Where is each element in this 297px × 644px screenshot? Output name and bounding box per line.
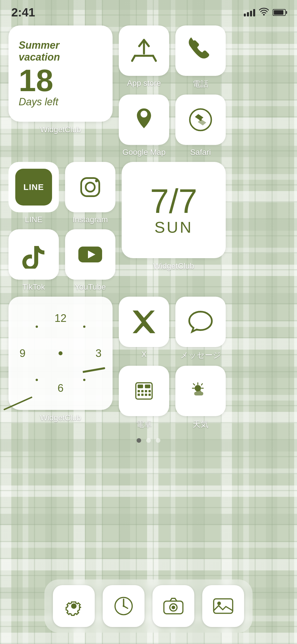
- twitter-svg: [130, 308, 158, 336]
- social-row2: TikTok YouTube: [8, 229, 115, 292]
- google-map-box[interactable]: [119, 95, 169, 145]
- camera-dock-icon[interactable]: [152, 585, 194, 627]
- calculator-icon[interactable]: 電卓: [119, 366, 169, 430]
- map-svg: [130, 106, 158, 134]
- youtube-box[interactable]: [65, 229, 115, 280]
- vacation-widget-label: WidgetClub: [8, 125, 113, 134]
- line-box[interactable]: LINE: [8, 162, 59, 212]
- date-number: 7/7: [150, 184, 197, 218]
- svg-marker-9: [198, 119, 206, 125]
- tiktok-label: TikTok: [22, 283, 45, 292]
- photos-dock-icon[interactable]: [202, 585, 244, 627]
- app-store-box[interactable]: [119, 25, 169, 76]
- phone-icon[interactable]: 電話: [175, 25, 226, 89]
- svg-rect-20: [141, 390, 143, 392]
- messages-svg: [186, 308, 215, 336]
- settings-dock-icon[interactable]: [53, 585, 95, 627]
- clock-widget-label: WidgetClub: [8, 413, 113, 422]
- row-2: LINE LINE Instagram: [8, 162, 289, 292]
- wifi-icon: [259, 8, 269, 18]
- svg-rect-19: [138, 390, 140, 392]
- home-screen: Summer vacation 18 Days left WidgetClub: [0, 20, 297, 443]
- clock-9: 9: [20, 347, 25, 360]
- svg-rect-22: [148, 390, 151, 392]
- safari-svg: [186, 106, 215, 134]
- svg-point-41: [217, 602, 221, 605]
- messages-box[interactable]: [175, 297, 226, 347]
- instagram-svg: [76, 173, 104, 201]
- clock-minute-hand: [3, 396, 33, 410]
- svg-line-5: [132, 56, 135, 61]
- date-widget[interactable]: 7/7 SUN: [122, 162, 226, 258]
- vacation-widget[interactable]: Summer vacation 18 Days left: [8, 25, 113, 122]
- battery-icon: [273, 9, 286, 16]
- youtube-label: YouTube: [75, 283, 106, 292]
- svg-line-32: [193, 384, 195, 385]
- right-row1: X メッセージ: [119, 297, 226, 361]
- messages-label: メッセージ: [180, 350, 221, 361]
- clock-12: 12: [55, 312, 66, 324]
- instagram-icon[interactable]: Instagram: [65, 162, 115, 224]
- app-store-icon[interactable]: App store: [119, 25, 169, 89]
- app-store-label: App store: [127, 79, 161, 88]
- twitter-box[interactable]: [119, 297, 169, 347]
- instagram-box[interactable]: [65, 162, 115, 212]
- phone-box[interactable]: [175, 25, 226, 76]
- right-row2: 電卓: [119, 366, 226, 430]
- calculator-box[interactable]: [119, 366, 169, 416]
- weather-icon[interactable]: 天気: [175, 366, 226, 430]
- svg-rect-25: [145, 394, 147, 396]
- clock-6: 6: [57, 382, 63, 394]
- clock-dock-icon[interactable]: [103, 585, 145, 627]
- instagram-label: Instagram: [73, 215, 108, 224]
- svg-point-12: [86, 183, 95, 192]
- vacation-subtitle: Days left: [19, 96, 102, 108]
- clock-dot-tl: [36, 326, 38, 328]
- top-apps-row2: Google Map Safari: [119, 95, 226, 157]
- page-dot-2[interactable]: [146, 438, 151, 443]
- app-store-svg: [130, 37, 158, 65]
- row-3: 12 3 6 9 WidgetClub: [8, 297, 289, 430]
- clock-center: [59, 351, 63, 355]
- twitter-icon[interactable]: X: [119, 297, 169, 361]
- status-bar: 2:41: [0, 0, 297, 20]
- svg-rect-40: [214, 599, 233, 613]
- status-icons: [244, 8, 286, 18]
- date-widget-label: WidgetClub: [122, 262, 226, 271]
- clock-widget[interactable]: 12 3 6 9: [8, 297, 113, 410]
- svg-rect-21: [145, 390, 147, 392]
- clock-hour-hand: [83, 367, 105, 373]
- page-dot-1[interactable]: [137, 438, 141, 443]
- safari-box[interactable]: [175, 95, 226, 145]
- svg-line-29: [201, 384, 202, 385]
- calculator-label: 電卓: [136, 419, 152, 430]
- settings-svg: [63, 595, 85, 617]
- top-right-apps: App store 電話: [119, 25, 226, 157]
- safari-icon[interactable]: Safari: [175, 95, 226, 157]
- phone-label: 電話: [193, 79, 208, 89]
- clock-dot-tr: [83, 326, 85, 328]
- youtube-icon[interactable]: YouTube: [65, 229, 115, 292]
- tiktok-box[interactable]: [8, 229, 59, 280]
- row-1: Summer vacation 18 Days left WidgetClub: [8, 25, 289, 157]
- safari-label: Safari: [190, 148, 211, 157]
- vacation-number: 18: [19, 65, 102, 96]
- social-apps: LINE LINE Instagram: [8, 162, 115, 292]
- svg-point-10: [199, 119, 202, 121]
- svg-rect-24: [141, 394, 143, 396]
- google-map-icon[interactable]: Google Map: [119, 95, 169, 157]
- photos-svg: [212, 595, 234, 617]
- svg-line-6: [153, 56, 156, 61]
- line-label: LINE: [25, 215, 42, 224]
- clock-face: 12 3 6 9: [18, 311, 103, 396]
- weather-box[interactable]: [175, 366, 226, 416]
- messages-icon[interactable]: メッセージ: [175, 297, 226, 361]
- page-dot-3[interactable]: [156, 438, 160, 443]
- date-day: SUN: [154, 218, 193, 236]
- line-icon[interactable]: LINE LINE: [8, 162, 59, 224]
- svg-rect-23: [138, 394, 140, 396]
- tiktok-svg: [20, 240, 48, 269]
- tiktok-icon[interactable]: TikTok: [8, 229, 59, 292]
- clock-dot-bl: [36, 379, 38, 381]
- calculator-svg: [133, 380, 155, 402]
